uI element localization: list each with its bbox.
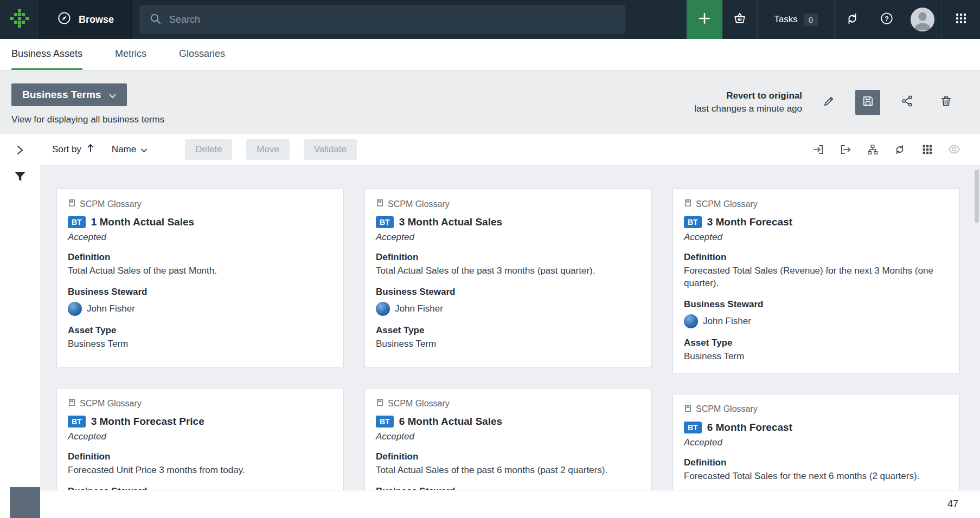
asset-card-6-month-actual-sales[interactable]: SCPM Glossary BT 6 Month Actual Sales Ac… xyxy=(364,388,652,490)
search-icon xyxy=(149,12,162,27)
card-title-row: BT 6 Month Forecast xyxy=(684,422,949,433)
filter-funnel-icon[interactable] xyxy=(13,170,27,186)
card-column-2: SCPM Glossary BT 3 Month Actual Sales Ac… xyxy=(364,189,652,490)
sort-field-dropdown[interactable]: Name xyxy=(112,144,147,155)
main-area: Sort by Name Delete Move Validate xyxy=(0,134,980,518)
view-header: Business Terms View for displaying all b… xyxy=(0,70,980,134)
view-header-actions: Revert to original last changes a minute… xyxy=(695,70,958,134)
card-grid: SCPM Glossary BT 1 Month Actual Sales Ac… xyxy=(40,165,980,490)
move-button[interactable]: Move xyxy=(246,139,290,160)
asset-title[interactable]: 6 Month Actual Sales xyxy=(399,416,502,428)
share-view-button[interactable] xyxy=(894,90,919,115)
asset-type-label: Asset Type xyxy=(684,338,949,348)
top-navigation: Browse Tasks 0 xyxy=(0,0,980,39)
refresh-icon[interactable] xyxy=(893,143,906,156)
app-logo[interactable] xyxy=(0,0,39,39)
steward-avatar xyxy=(68,302,82,316)
apps-menu-button[interactable] xyxy=(941,0,980,39)
svg-text:?: ? xyxy=(885,15,889,23)
help-button[interactable]: ? xyxy=(869,0,904,39)
asset-card-3-month-forecast[interactable]: SCPM Glossary BT 3 Month Forecast Accept… xyxy=(672,189,960,373)
asset-card-3-month-actual-sales[interactable]: SCPM Glossary BT 3 Month Actual Sales Ac… xyxy=(364,189,652,367)
create-asset-button[interactable] xyxy=(687,0,722,39)
definition-text: Total Actual Sales of the past 6 months … xyxy=(376,464,640,477)
glossary-icon xyxy=(684,404,692,415)
status-badge: Accepted xyxy=(68,431,332,442)
asset-title[interactable]: 3 Month Actual Sales xyxy=(399,216,502,228)
export-icon[interactable] xyxy=(839,143,852,156)
steward-name: John Fisher xyxy=(703,316,751,327)
search-input[interactable] xyxy=(169,14,616,25)
hierarchy-icon[interactable] xyxy=(866,143,879,156)
sort-by-label: Sort by xyxy=(52,144,81,155)
asset-card-3-month-forecast-price[interactable]: SCPM Glossary BT 3 Month Forecast Price … xyxy=(56,388,344,490)
asset-type-badge: BT xyxy=(684,216,702,228)
steward-row[interactable]: John Fisher xyxy=(376,302,640,316)
asset-title[interactable]: 3 Month Forecast xyxy=(707,216,792,228)
asset-card-6-month-forecast[interactable]: SCPM Glossary BT 6 Month Forecast Accept… xyxy=(672,394,960,490)
steward-row[interactable]: John Fisher xyxy=(68,302,332,316)
steward-row[interactable]: John Fisher xyxy=(684,314,949,328)
browse-label: Browse xyxy=(79,14,114,25)
status-badge: Accepted xyxy=(684,437,949,448)
glossary-icon xyxy=(68,398,76,409)
tab-glossaries[interactable]: Glossaries xyxy=(179,39,225,70)
definition-label: Definition xyxy=(376,252,640,263)
glossary-icon xyxy=(376,199,384,209)
delete-view-button[interactable] xyxy=(933,90,958,115)
asset-type-value: Business Term xyxy=(68,338,332,351)
data-basket-button[interactable] xyxy=(722,0,757,39)
business-steward-label: Business Steward xyxy=(68,287,332,297)
definition-label: Definition xyxy=(684,457,949,468)
asset-type-badge: BT xyxy=(68,216,86,228)
asset-title[interactable]: 3 Month Forecast Price xyxy=(91,416,204,428)
view-selector-dropdown[interactable]: Business Terms xyxy=(11,83,127,106)
business-steward-label: Business Steward xyxy=(68,486,332,490)
chevron-down-icon xyxy=(141,144,147,155)
sync-button[interactable] xyxy=(835,0,869,39)
asset-card-1-month-actual-sales[interactable]: SCPM Glossary BT 1 Month Actual Sales Ac… xyxy=(56,189,344,367)
definition-text: Total Actual Sales of the past 3 months … xyxy=(376,265,640,277)
glossary-breadcrumb[interactable]: SCPM Glossary xyxy=(684,199,949,209)
revert-subtitle: last changes a minute ago xyxy=(695,103,802,114)
steward-avatar xyxy=(684,314,698,328)
asset-type-label: Asset Type xyxy=(68,325,332,336)
global-search[interactable] xyxy=(139,5,625,34)
glossary-icon xyxy=(684,199,692,209)
glossary-breadcrumb[interactable]: SCPM Glossary xyxy=(68,199,332,209)
asset-title[interactable]: 6 Month Forecast xyxy=(707,422,792,433)
results-column: Sort by Name Delete Move Validate xyxy=(40,134,980,518)
glossary-breadcrumb[interactable]: SCPM Glossary xyxy=(376,199,640,209)
preview-eye-icon[interactable] xyxy=(947,143,960,156)
status-badge: Accepted xyxy=(68,232,332,243)
business-steward-label: Business Steward xyxy=(684,299,949,310)
result-count: 47 xyxy=(947,498,958,510)
sort-direction-icon[interactable] xyxy=(87,144,94,155)
compass-icon xyxy=(57,11,72,28)
card-title-row: BT 1 Month Actual Sales xyxy=(68,216,332,228)
view-header-left: Business Terms View for displaying all b… xyxy=(11,70,164,134)
tab-business-assets[interactable]: Business Assets xyxy=(11,39,82,70)
tab-metrics[interactable]: Metrics xyxy=(115,39,146,70)
toolbar-view-icons xyxy=(812,143,960,156)
save-view-button[interactable] xyxy=(855,90,880,115)
apps-grid-icon xyxy=(955,12,968,27)
browse-button[interactable]: Browse xyxy=(39,0,132,39)
expand-panel-chevron-icon[interactable] xyxy=(16,145,24,158)
validate-button[interactable]: Validate xyxy=(304,139,357,160)
asset-title[interactable]: 1 Month Actual Sales xyxy=(91,216,194,228)
edit-view-button[interactable] xyxy=(816,90,841,115)
glossary-breadcrumb[interactable]: SCPM Glossary xyxy=(68,398,332,409)
grid-view-icon[interactable] xyxy=(920,143,933,156)
vertical-scrollbar[interactable] xyxy=(975,170,979,223)
revert-to-original[interactable]: Revert to original last changes a minute… xyxy=(695,90,802,114)
glossary-breadcrumb[interactable]: SCPM Glossary xyxy=(376,398,640,409)
filter-rail-footer xyxy=(10,487,40,518)
tasks-button[interactable]: Tasks 0 xyxy=(757,0,835,39)
steward-name: John Fisher xyxy=(87,303,135,314)
import-icon[interactable] xyxy=(812,143,825,156)
glossary-breadcrumb[interactable]: SCPM Glossary xyxy=(684,404,949,415)
user-menu-button[interactable] xyxy=(904,0,941,39)
definition-label: Definition xyxy=(684,252,949,263)
delete-button[interactable]: Delete xyxy=(185,139,232,160)
